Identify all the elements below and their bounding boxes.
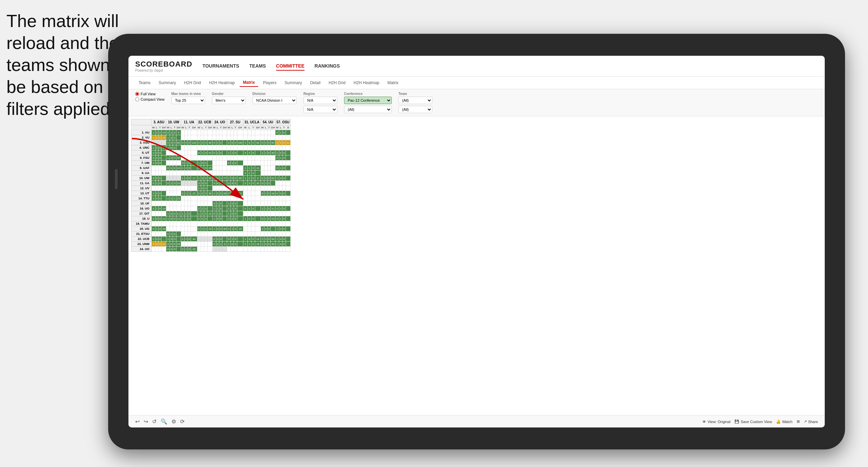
settings-btn[interactable]: ⚙ (171, 418, 176, 425)
cell-r3-c4-s1 (216, 145, 219, 150)
conference-select[interactable]: Pac-12 Conference (All) (344, 97, 392, 104)
division-select[interactable]: NCAA Division I NCAA Division II NCAA Di… (252, 97, 297, 104)
cell-r8-c7-s3 (271, 171, 275, 176)
cell-r15-c4-s3 (222, 206, 227, 211)
cell-r23-c5-s1 (231, 247, 234, 252)
team-select2[interactable]: (All) (399, 106, 432, 113)
cell-r19-c8-s0: 1 (275, 226, 279, 231)
sub-nav-h2h-heatmap[interactable]: H2H Heatmap (206, 79, 238, 87)
region-select1[interactable]: N/A (304, 97, 337, 104)
cell-r14-c0-s2 (159, 201, 162, 206)
sub-nav-h2h-grid2[interactable]: H2H Grid (325, 79, 349, 87)
cell-r6-c2-s0: 0 (181, 161, 185, 166)
share-btn[interactable]: ↗ Share (804, 419, 818, 424)
cell-r2-c4-s1: 1 (216, 140, 219, 145)
sub-nav-summary[interactable]: Summary (155, 79, 179, 87)
cell-r3-c3-s2 (204, 145, 208, 150)
cell-r13-c8-s3 (286, 196, 291, 201)
cell-r2-c3-s0: 0 (197, 140, 201, 145)
cell-r3-c6-s3 (255, 145, 261, 150)
compact-view-option[interactable]: Compact View (135, 97, 165, 101)
cell-r2-c3-s2: 0 (204, 140, 208, 145)
compact-view-radio[interactable] (135, 97, 139, 101)
cell-r8-c6-s0: 0 (243, 171, 248, 176)
cell-r18-c4-s1 (216, 221, 219, 226)
cell-r7-c7-s2 (267, 166, 270, 171)
sub-nav-detail[interactable]: Detail (307, 79, 324, 87)
cell-r19-c2-s3 (191, 226, 197, 231)
cell-r18-c3-s1 (201, 221, 204, 226)
refresh-btn[interactable]: ⟳ (180, 418, 185, 425)
full-view-option[interactable]: Full View (135, 92, 165, 96)
region-select2[interactable]: N/A (304, 106, 337, 113)
cell-r6-c5-s2: 0 (234, 161, 237, 166)
cell-r5-c7-s3 (271, 155, 275, 161)
cell-r12-c5-s0: 2 (227, 191, 231, 196)
nav-teams[interactable]: TEAMS (249, 62, 266, 71)
cell-r16-c7-s3 (271, 211, 275, 216)
cell-r3-c6-s2 (251, 145, 255, 150)
cell-r17-c7-s1: 1 (264, 216, 267, 221)
stat-ucla-t: T (251, 125, 255, 130)
cell-r21-c2-s3: 44 (191, 237, 197, 242)
cell-r3-c5-s0 (227, 145, 231, 150)
sub-nav-teams[interactable]: Teams (135, 79, 154, 87)
cell-r21-c5-s0: 0 (227, 237, 231, 242)
cell-r6-c8-s0 (275, 161, 279, 166)
save-custom-btn[interactable]: 💾 Save Custom View (734, 419, 772, 424)
cell-r16-c3-s3: 11 (208, 211, 213, 216)
sub-nav-players[interactable]: Players (260, 79, 280, 87)
sub-nav-matrix[interactable]: Matrix (240, 79, 258, 87)
zoom-out-btn[interactable]: 🔍 (161, 418, 167, 425)
cell-r11-c6-s3 (255, 186, 261, 191)
max-teams-select[interactable]: Top 25 Top 50 All (171, 97, 205, 104)
cell-r16-c1-s3: 11 (176, 211, 181, 216)
stat-uu-l: L (264, 125, 267, 130)
cell-r12-c1-s0 (166, 191, 170, 196)
cell-r5-c4-s1 (216, 155, 219, 161)
matrix-content[interactable]: 3. ASU 10. UW 11. UA 22. UCB 24. UO 27. … (128, 116, 825, 415)
cell-r17-c0-s3: 11 (162, 216, 166, 221)
nav-tournaments[interactable]: TOURNAMENTS (202, 62, 239, 71)
nav-committee[interactable]: COMMITTEE (276, 62, 305, 71)
conference-select2[interactable]: (All) (344, 106, 392, 113)
redo-btn[interactable]: ↪ (144, 418, 148, 425)
grid-btn[interactable]: ⊞ (797, 419, 800, 424)
sub-nav-h2h-heatmap2[interactable]: H2H Heatmap (350, 79, 383, 87)
cell-r23-c2-s1: 2 (185, 247, 188, 252)
cell-r8-c4-s1 (216, 171, 219, 176)
cell-r7-c7-s1 (264, 166, 267, 171)
cell-r8-c5-s3 (237, 171, 243, 176)
sub-nav-matrix2[interactable]: Matrix (384, 79, 402, 87)
full-view-radio[interactable] (135, 92, 139, 96)
cell-r21-c5-s3 (237, 237, 243, 242)
view-original-btn[interactable]: 👁 View: Original (702, 420, 730, 424)
stat-asu-dif: Dif (162, 125, 166, 130)
cell-r19-c4-s2: 0 (219, 226, 222, 231)
cell-r0-c2-s3 (191, 130, 197, 135)
sub-nav-summary2[interactable]: Summary (281, 79, 305, 87)
sub-nav-h2h-grid[interactable]: H2H Grid (181, 79, 204, 87)
cell-r16-c6-s2 (251, 211, 255, 216)
undo-btn[interactable]: ↩ (135, 418, 140, 425)
watch-label: Watch (782, 420, 793, 424)
cell-r14-c7-s3 (271, 201, 275, 206)
gender-select[interactable]: Men's Women's (212, 97, 246, 104)
watch-btn[interactable]: 🔔 Watch (776, 419, 793, 424)
team-select1[interactable]: (All) (399, 97, 432, 104)
stat-uo-dif: Dif (222, 125, 227, 130)
stat-su-dif: Dif (237, 125, 243, 130)
cell-r3-c8-s2 (282, 145, 286, 150)
cell-r0-c1-s2: 0 (173, 130, 176, 135)
reset-btn[interactable]: ↺ (152, 418, 156, 425)
cell-r23-c1-s0: 0 (166, 247, 170, 252)
cell-r18-c4-s0 (212, 221, 216, 226)
cell-r16-c6-s0 (243, 211, 248, 216)
cell-r21-c0-s2: 0 (159, 237, 162, 242)
cell-r5-c2-s1 (185, 155, 188, 161)
cell-r11-c8-s1 (279, 186, 283, 191)
row-label-10: 11. UA (131, 181, 152, 186)
cell-r1-c6-s1 (247, 135, 251, 140)
cell-r12-c3-s1: 2 (201, 191, 204, 196)
nav-rankings[interactable]: RANKINGS (315, 62, 340, 71)
